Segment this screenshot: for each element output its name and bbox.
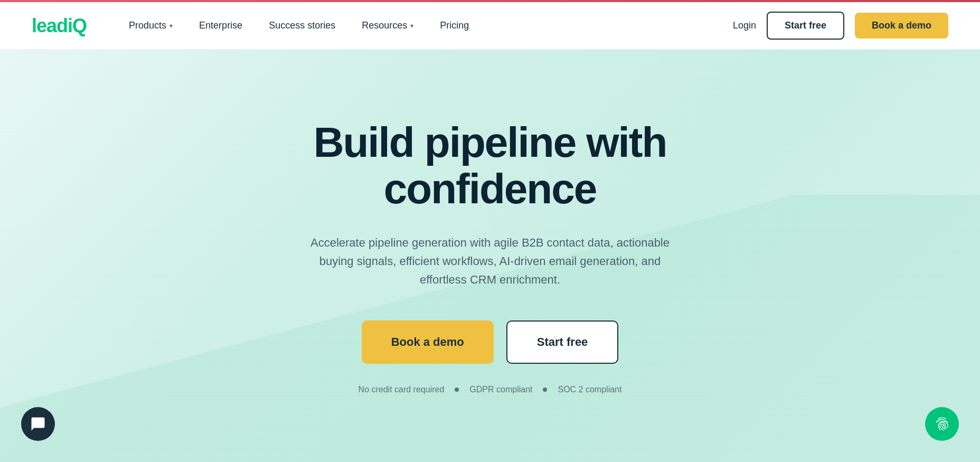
nav-item-products[interactable]: Products ▾: [129, 20, 173, 31]
logo[interactable]: leadiQ: [32, 15, 87, 37]
badge-no-credit-card: No credit card required: [359, 385, 445, 394]
fingerprint-button[interactable]: [925, 407, 959, 441]
nav-item-resources[interactable]: Resources ▾: [362, 20, 413, 31]
hero-title: Build pipeline with confidence: [252, 119, 728, 212]
start-free-button-hero[interactable]: Start free: [506, 320, 619, 364]
chevron-down-icon: ▾: [410, 22, 413, 30]
nav-links: Products ▾ Enterprise Success stories Re…: [129, 20, 733, 31]
hero-badges: No credit card required GDPR compliant S…: [252, 385, 728, 394]
chevron-down-icon: ▾: [169, 22, 173, 30]
badge-separator-2: [543, 388, 547, 392]
nav-item-pricing[interactable]: Pricing: [440, 20, 469, 31]
nav-item-enterprise[interactable]: Enterprise: [199, 20, 242, 31]
hero-section: Build pipeline with confidence Accelerat…: [0, 50, 980, 462]
book-demo-button-hero[interactable]: Book a demo: [362, 320, 494, 364]
nav-actions: Login Start free Book a demo: [733, 12, 948, 40]
nav-item-success-stories[interactable]: Success stories: [269, 20, 335, 31]
chat-button[interactable]: [21, 407, 55, 441]
start-free-button-nav[interactable]: Start free: [767, 12, 844, 40]
chat-icon: [30, 416, 46, 432]
book-demo-button-nav[interactable]: Book a demo: [855, 13, 948, 39]
hero-subtitle: Accelerate pipeline generation with agil…: [305, 233, 675, 289]
badge-gdpr: GDPR compliant: [469, 385, 532, 394]
badge-soc2: SOC 2 compliant: [558, 385, 621, 394]
badge-separator-1: [455, 388, 459, 392]
fingerprint-icon: [934, 416, 950, 432]
login-link[interactable]: Login: [733, 20, 756, 31]
hero-content: Build pipeline with confidence Accelerat…: [252, 119, 728, 395]
main-nav: leadiQ Products ▾ Enterprise Success sto…: [0, 2, 980, 50]
hero-buttons: Book a demo Start free: [252, 320, 728, 364]
